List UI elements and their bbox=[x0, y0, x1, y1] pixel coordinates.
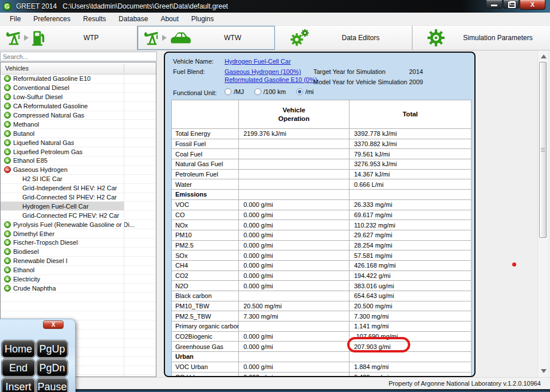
tree-item[interactable]: +Renewable Diesel I bbox=[1, 257, 156, 266]
expand-plus-icon[interactable]: + bbox=[4, 75, 11, 82]
menu-file[interactable]: File bbox=[3, 13, 27, 25]
fuel-blend-link-1[interactable]: Gaseous Hydrogen (100%) bbox=[225, 68, 301, 75]
gear-icon bbox=[426, 28, 446, 48]
key-end[interactable]: End bbox=[2, 359, 35, 377]
tree-item[interactable]: Grid-Connected SI PHEV: H2 Car bbox=[1, 193, 156, 202]
app-logo-icon: G bbox=[3, 2, 11, 11]
cell-rowlbl: Urban bbox=[172, 352, 239, 362]
scrollbar-thumb[interactable] bbox=[539, 62, 547, 238]
window-controls: X bbox=[486, 0, 545, 10]
arrow-right-icon bbox=[162, 35, 167, 41]
menu-results[interactable]: Results bbox=[77, 13, 112, 25]
tree-item[interactable]: +Ethanol E85 bbox=[1, 156, 156, 166]
tree-item[interactable]: H2 SI ICE Car bbox=[1, 175, 156, 184]
tree-header[interactable]: Vehicles bbox=[1, 62, 156, 75]
cell-op bbox=[239, 159, 349, 170]
menu-preferences[interactable]: Preferences bbox=[27, 13, 77, 25]
tree-item-label: Grid-Connected SI PHEV: H2 Car bbox=[22, 194, 117, 201]
menu-about[interactable]: About bbox=[154, 13, 184, 25]
expand-plus-icon[interactable]: + bbox=[4, 221, 11, 228]
tree-item[interactable]: +Biodiesel bbox=[1, 248, 156, 257]
collapse-minus-icon[interactable]: – bbox=[4, 166, 11, 173]
cell-op: 0.000 g/mi bbox=[239, 220, 349, 230]
menu-database[interactable]: Database bbox=[112, 13, 154, 25]
toolbar-data-editors-button[interactable]: Data Editors bbox=[275, 26, 412, 50]
cell-op: 0.000 g/mi bbox=[239, 240, 349, 250]
scroll-up-icon[interactable] bbox=[541, 54, 547, 58]
tree-item[interactable]: +Butanol bbox=[1, 129, 156, 138]
functional-unit-option[interactable]: /100 km bbox=[254, 88, 286, 95]
expand-plus-icon[interactable]: + bbox=[4, 84, 11, 91]
table-section-row: Emissions bbox=[172, 190, 472, 200]
tree-item-selected[interactable]: Hydrogen Fuel-Cell Car bbox=[1, 202, 156, 211]
tree-item[interactable]: +Electricity bbox=[1, 275, 156, 284]
tree-item[interactable]: +Compressed Natural Gas bbox=[1, 111, 156, 120]
vertical-scrollbar[interactable] bbox=[537, 50, 548, 377]
expand-plus-icon[interactable]: + bbox=[4, 93, 11, 100]
tree-item[interactable]: +CA Reformulated Gasoline bbox=[1, 102, 156, 111]
red-dot-marker bbox=[512, 262, 516, 266]
menu-plugins[interactable]: Plugins bbox=[185, 13, 220, 25]
tree-item[interactable]: Grid-Independent SI HEV: H2 Car bbox=[1, 184, 156, 193]
vehicle-name-link[interactable]: Hydrogen Fuel-Cell Car bbox=[225, 58, 291, 65]
tree-item[interactable]: +Dimethyl Ether bbox=[1, 229, 156, 238]
close-button[interactable]: X bbox=[520, 0, 545, 10]
tree-item[interactable]: Grid-Connected FC PHEV: H2 Car bbox=[1, 211, 156, 220]
tree-item[interactable]: +Fischer-Tropsch Diesel bbox=[1, 238, 156, 248]
scroll-down-icon[interactable] bbox=[541, 369, 547, 373]
expand-plus-icon[interactable]: + bbox=[4, 248, 11, 255]
table-row: CO20.000 g/mi194.422 g/mi bbox=[172, 271, 472, 281]
key-pause[interactable]: Pause bbox=[37, 378, 68, 392]
tree-item-label: Liquefied Petroleum Gas bbox=[13, 148, 82, 155]
key-pgdn[interactable]: PgDn bbox=[37, 359, 68, 377]
expand-plus-icon[interactable]: + bbox=[4, 230, 11, 237]
cell-rowlbl: CO2Biogenic bbox=[172, 331, 239, 342]
radio-icon-selected[interactable] bbox=[296, 88, 303, 95]
expand-plus-icon[interactable]: + bbox=[4, 103, 11, 109]
expand-plus-icon[interactable]: + bbox=[4, 139, 11, 146]
expand-plus-icon[interactable]: + bbox=[4, 285, 11, 292]
functional-unit-option[interactable]: /MJ bbox=[225, 88, 244, 95]
expand-plus-icon[interactable]: + bbox=[4, 121, 11, 128]
functional-unit-option[interactable]: /mi bbox=[296, 88, 314, 95]
model-year-value: 2009 bbox=[409, 79, 423, 85]
tree-item[interactable]: +Methanol bbox=[1, 120, 156, 129]
fuel-blend-link-2[interactable]: Reformulated Gasoline E10 (0%) bbox=[225, 76, 317, 83]
tree-item[interactable]: +Ethanol bbox=[1, 266, 156, 275]
expand-plus-icon[interactable]: + bbox=[4, 112, 11, 119]
table-row: Black carbon654.643 ug/mi bbox=[172, 291, 472, 301]
toolbar-simulation-parameters-label: Simulation Parameters bbox=[446, 34, 550, 42]
expand-plus-icon[interactable]: + bbox=[4, 157, 11, 164]
toolbar-wtp-button[interactable]: WTP bbox=[0, 26, 138, 50]
key-home[interactable]: Home bbox=[2, 340, 35, 358]
tree-item[interactable]: +Crude Naphtha bbox=[1, 284, 156, 293]
expand-plus-icon[interactable]: + bbox=[4, 239, 11, 246]
toolbar-simulation-parameters-button[interactable]: Simulation Parameters bbox=[412, 26, 550, 50]
tree-item[interactable]: +Low-Sulfur Diesel bbox=[1, 93, 156, 102]
cell-rowlbl: Emissions bbox=[172, 190, 239, 200]
expand-plus-icon[interactable]: + bbox=[4, 276, 11, 283]
toolbar-wtw-button[interactable]: WTW bbox=[138, 26, 275, 50]
key-pgup[interactable]: PgUp bbox=[37, 340, 68, 358]
expand-plus-icon[interactable]: + bbox=[4, 148, 11, 155]
expand-plus-icon[interactable]: + bbox=[4, 130, 11, 137]
tree-item[interactable]: +Reformulated Gasoline E10 bbox=[1, 75, 156, 84]
tree-item[interactable]: +Conventional Diesel bbox=[1, 84, 156, 93]
keyboard-close-button[interactable]: X bbox=[43, 320, 64, 329]
tree-item[interactable]: +Liquefied Natural Gas bbox=[1, 138, 156, 147]
maximize-button[interactable] bbox=[503, 0, 519, 9]
tree-item-label: Ethanol bbox=[13, 266, 34, 273]
radio-icon[interactable] bbox=[225, 88, 231, 95]
expand-plus-icon[interactable]: + bbox=[4, 266, 11, 273]
search-input[interactable] bbox=[0, 52, 157, 61]
minimize-button[interactable] bbox=[486, 0, 502, 9]
cell-total: 26.333 mg/mi bbox=[349, 199, 472, 210]
tree-item[interactable]: +Liquefied Petroleum Gas bbox=[1, 147, 156, 156]
tree-item[interactable]: –Gaseous Hydrogen bbox=[1, 166, 156, 175]
radio-icon[interactable] bbox=[254, 88, 261, 95]
expand-plus-icon[interactable]: + bbox=[4, 257, 11, 264]
cell-op bbox=[239, 352, 349, 362]
tree-item-label: Compressed Natural Gas bbox=[13, 112, 84, 119]
key-insert[interactable]: Insert bbox=[2, 378, 35, 392]
tree-item[interactable]: +Pyrolysis Fuel (Renewable Gasoline or D… bbox=[1, 220, 156, 229]
